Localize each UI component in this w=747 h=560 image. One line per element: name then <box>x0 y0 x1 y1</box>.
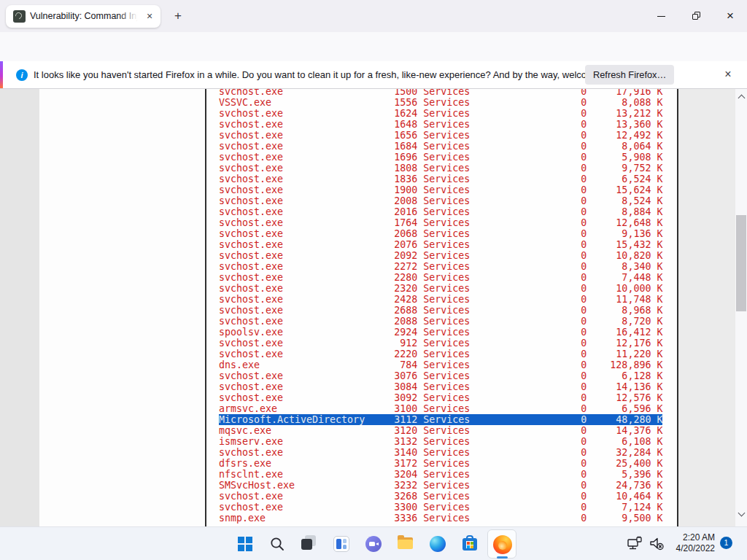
notification-bar: i It looks like you haven't started Fire… <box>0 61 747 89</box>
taskbar-task-view-button[interactable] <box>295 529 324 559</box>
process-row: svchost.exe 2428 Services 0 11,748 K <box>219 294 677 305</box>
process-output: svchost.exe 1500 Services 0 17,916 KVSSV… <box>219 89 677 524</box>
windows-taskbar: 2:20 AM 4/20/2022 1 <box>0 526 747 560</box>
process-row: dns.exe 784 Services 0 128,896 K <box>219 359 677 370</box>
process-row: svchost.exe 1900 Services 0 15,624 K <box>219 184 677 195</box>
process-row: ismserv.exe 3132 Services 0 6,108 K <box>219 436 677 447</box>
process-row: VSSVC.exe 1556 Services 0 8,088 K <box>219 97 677 108</box>
info-icon: i <box>16 69 28 81</box>
scroll-up-button[interactable] <box>738 95 745 102</box>
process-row: svchost.exe 2220 Services 0 11,220 K <box>219 349 677 359</box>
process-row: SMSvcHost.exe 3232 Services 0 24,736 K <box>219 480 677 491</box>
notification-message: It looks like you haven't started Firefo… <box>34 69 625 80</box>
widgets-icon <box>333 536 349 552</box>
tab-close-icon[interactable]: × <box>143 10 156 23</box>
clock-time: 2:20 AM <box>665 532 715 543</box>
process-row: svchost.exe 2076 Services 0 15,432 K <box>219 239 677 250</box>
process-row: svchost.exe 2092 Services 0 10,820 K <box>219 250 677 261</box>
process-row: svchost.exe 2068 Services 0 9,136 K <box>219 228 677 239</box>
window-restore-button[interactable] <box>685 8 707 24</box>
clock-date: 4/20/2022 <box>665 543 715 554</box>
taskbar-file-explorer-button[interactable] <box>391 529 420 559</box>
process-row: svchost.exe 3300 Services 0 7,124 K <box>219 502 677 513</box>
process-row: mqsvc.exe 3120 Services 0 14,376 K <box>219 425 677 436</box>
process-row: svchost.exe 1500 Services 0 17,916 K <box>219 89 677 97</box>
browser-tab-bar: Vulnerability: Command Injecti × + × <box>0 0 747 32</box>
process-row: svchost.exe 2280 Services 0 7,448 K <box>219 272 677 283</box>
taskbar-start-button[interactable] <box>231 529 260 559</box>
process-row: spoolsv.exe 2924 Services 0 16,412 K <box>219 327 677 338</box>
firefox-icon <box>493 535 512 554</box>
taskbar-widgets-button[interactable] <box>327 529 356 559</box>
process-row: dfsrs.exe 3172 Services 0 25,400 K <box>219 458 677 469</box>
process-row: nfsclnt.exe 3204 Services 0 5,396 K <box>219 469 677 480</box>
process-row: svchost.exe 1648 Services 0 13,360 K <box>219 119 677 130</box>
scrollbar-thumb[interactable] <box>736 215 746 311</box>
taskbar-chat-button[interactable] <box>359 529 388 559</box>
command-output-box: svchost.exe 1500 Services 0 17,916 KVSSV… <box>205 89 678 526</box>
new-tab-button[interactable]: + <box>170 8 186 24</box>
process-row: svchost.exe 1764 Services 0 12,648 K <box>219 217 677 228</box>
process-row: svchost.exe 2016 Services 0 8,884 K <box>219 206 677 217</box>
search-icon <box>269 536 285 552</box>
process-row: svchost.exe 3076 Services 0 6,128 K <box>219 370 677 381</box>
process-row: svchost.exe 1808 Services 0 9,752 K <box>219 163 677 174</box>
tab-title-fade <box>119 9 142 24</box>
dvwa-favicon-icon <box>13 10 26 23</box>
process-row: svchost.exe 2088 Services 0 8,720 K <box>219 316 677 327</box>
process-row: svchost.exe 1624 Services 0 13,212 K <box>219 108 677 119</box>
edge-icon <box>430 536 446 552</box>
notification-close-icon[interactable]: × <box>721 67 735 82</box>
tray-network-icon[interactable] <box>626 535 643 553</box>
window-minimize-button[interactable] <box>650 8 672 24</box>
minimize-icon <box>657 16 665 17</box>
windows-logo-icon <box>238 537 252 551</box>
process-row: svchost.exe 2688 Services 0 8,968 K <box>219 305 677 316</box>
refresh-firefox-button[interactable]: Refresh Firefox… <box>585 65 674 85</box>
page-background-right <box>678 89 735 526</box>
process-row: svchost.exe 2008 Services 0 8,524 K <box>219 195 677 206</box>
page-background-left <box>0 89 39 526</box>
process-row: snmp.exe 3336 Services 0 9,500 K <box>219 513 677 524</box>
taskbar-edge-button[interactable] <box>423 529 452 559</box>
chat-icon <box>365 536 382 552</box>
process-row: svchost.exe 1656 Services 0 12,492 K <box>219 130 677 141</box>
process-row: svchost.exe 3268 Services 0 10,464 K <box>219 491 677 502</box>
scroll-down-button[interactable] <box>738 510 745 517</box>
process-row: svchost.exe 2272 Services 0 8,340 K <box>219 261 677 272</box>
notification-count-badge[interactable]: 1 <box>720 537 732 549</box>
process-row: svchost.exe 1696 Services 0 5,908 K <box>219 152 677 163</box>
active-app-indicator <box>497 556 508 559</box>
taskbar-search-button[interactable] <box>263 529 292 559</box>
process-row: svchost.exe 1684 Services 0 8,064 K <box>219 141 677 152</box>
notification-accent-stripe <box>0 61 3 88</box>
browser-tab[interactable]: Vulnerability: Command Injecti × <box>6 5 160 28</box>
browser-toolbar: ← → ↻ 10.10.1.22:8080/dvwa/vulnerabiliti… <box>0 32 747 61</box>
tray-volume-muted-icon[interactable] <box>648 535 665 553</box>
taskbar-store-button[interactable] <box>455 529 484 559</box>
process-row: Microsoft.ActiveDirectory 3112 Services … <box>219 414 677 425</box>
process-row: svchost.exe 912 Services 0 12,176 K <box>219 338 677 349</box>
window-close-button[interactable]: × <box>719 8 741 24</box>
process-row: svchost.exe 1836 Services 0 6,524 K <box>219 174 677 184</box>
process-row: armsvc.exe 3100 Services 0 6,596 K <box>219 403 677 414</box>
page-content: svchost.exe 1500 Services 0 17,916 KVSSV… <box>0 89 735 526</box>
process-row: svchost.exe 3092 Services 0 12,576 K <box>219 392 677 403</box>
taskbar-firefox-button[interactable] <box>487 529 516 559</box>
process-row: svchost.exe 2320 Services 0 10,000 K <box>219 283 677 294</box>
page-scrollbar[interactable] <box>735 89 747 526</box>
taskbar-clock[interactable]: 2:20 AM 4/20/2022 <box>665 532 715 554</box>
process-row: svchost.exe 3140 Services 0 32,284 K <box>219 447 677 458</box>
process-row: svchost.exe 3084 Services 0 14,136 K <box>219 381 677 392</box>
